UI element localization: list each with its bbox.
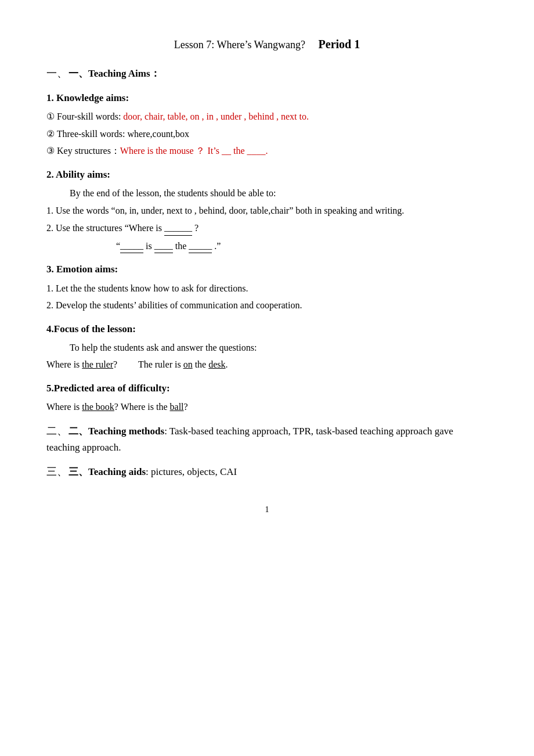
desk-underline: desk: [208, 359, 225, 369]
ability-item2: 2. Use the structures “Where is ______ ?: [46, 220, 488, 236]
section2-heading: 二、二、Teaching methods: Task-based teachin…: [46, 423, 488, 455]
section3-heading: 三、三、Teaching aids: pictures, objects, CA…: [46, 463, 488, 480]
knowledge-item3: ③ Key structures：Where is the mouse ？ It…: [46, 143, 488, 159]
key-structures-text: Where is the mouse ？ It’s __ the ____.: [120, 146, 268, 156]
on-underline: on: [183, 359, 193, 369]
emotion-heading: 3. Emotion aims:: [46, 261, 488, 277]
ability-heading: 2. Ability aims:: [46, 167, 488, 182]
predicted-heading: 5.Predicted area of difficulty:: [46, 380, 488, 396]
page-number: 1: [46, 503, 488, 516]
book-underline: the book: [82, 402, 114, 412]
period-label: Period 1: [319, 38, 360, 51]
emotion-item1: 1. Let the the students know how to ask …: [46, 281, 488, 296]
ability-quote: “_____ is ____ the _____ .”: [116, 238, 488, 254]
ability-item1: 1. Use the words “on, in, under, next to…: [46, 203, 488, 218]
section1-heading: 一、一、Teaching Aims：: [46, 65, 488, 82]
ruler-underline: the ruler: [82, 359, 113, 369]
focus-examples: Where is the ruler? The ruler is on the …: [46, 357, 488, 372]
focus-intro: To help the students ask and answer the …: [70, 340, 488, 355]
ability-intro: By the end of the lesson, the students s…: [70, 186, 488, 201]
knowledge-item2: ② Three-skill words: where,count,box: [46, 127, 488, 142]
page-content: Lesson 7: Where’s Wangwang? Period 1 一、一…: [46, 35, 488, 516]
predicted-text: Where is the book? Where is the ball?: [46, 399, 488, 415]
page-title: Lesson 7: Where’s Wangwang? Period 1: [46, 35, 488, 53]
lesson-title: Lesson 7: Where’s Wangwang?: [174, 39, 305, 51]
knowledge-heading: 1. Knowledge aims:: [46, 90, 488, 106]
knowledge-item1: ① Four-skill words: door, chair, table, …: [46, 109, 488, 124]
ball-underline: ball: [170, 402, 184, 412]
focus-heading: 4.Focus of the lesson:: [46, 321, 488, 337]
four-skill-words: door, chair, table, on , in , under , be…: [123, 111, 309, 121]
emotion-item2: 2. Develop the students’ abilities of co…: [46, 298, 488, 313]
